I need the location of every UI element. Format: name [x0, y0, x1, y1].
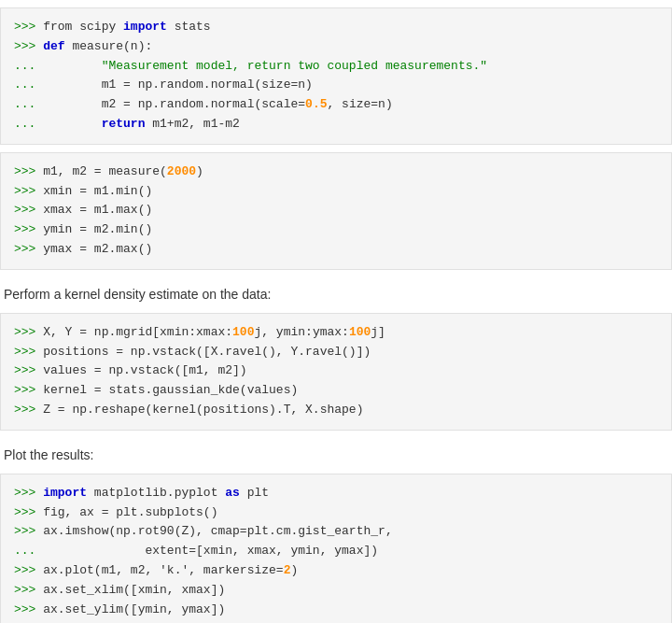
code-part: j, ymin:ymax:: [254, 325, 348, 339]
code-part: >>>: [14, 383, 43, 397]
code-part: import: [43, 486, 87, 500]
code-line-5-2: >>> ax.imshow(np.rot90(Z), cmap=plt.cm.g…: [14, 522, 658, 542]
code-line-3-1: >>> positions = np.vstack([X.ravel(), Y.…: [14, 343, 658, 362]
code-block-3: >>> X, Y = np.mgrid[xmin:xmax:100j, ymin…: [0, 313, 672, 431]
code-part: m1+m2, m1-m2: [145, 117, 239, 131]
code-part: j]: [371, 325, 385, 339]
code-part: >>>: [14, 563, 43, 577]
code-part: [43, 117, 101, 131]
code-line-5-5: >>> ax.set_xlim([xmin, xmax]): [14, 581, 658, 601]
code-line-5-7: >>> plt.show(): [14, 619, 658, 623]
code-part: import: [123, 20, 167, 34]
code-part: >>>: [14, 203, 43, 217]
code-part: 100: [349, 325, 371, 339]
code-line-1-0: >>> m1, m2 = measure(2000): [14, 163, 658, 182]
code-line-0-3: ... m1 = np.random.normal(size=n): [14, 76, 658, 95]
code-line-3-0: >>> X, Y = np.mgrid[xmin:xmax:100j, ymin…: [14, 323, 658, 343]
code-part: m2 = np.random.normal(scale=: [43, 97, 305, 111]
code-part: >>>: [14, 602, 43, 616]
code-part: ): [196, 164, 203, 178]
code-part: positions = np.vstack([X.ravel(), Y.rave…: [43, 345, 371, 359]
code-line-0-1: >>> def measure(n):: [14, 37, 658, 57]
code-part: "Measurement model, return two coupled m…: [43, 59, 487, 73]
code-part: ax.plot(m1, m2, 'k.', markersize=: [43, 563, 283, 577]
code-line-1-3: >>> ymin = m2.min(): [14, 220, 658, 240]
code-part: 2000: [167, 164, 196, 178]
code-part: ...: [14, 59, 43, 73]
code-part: >>>: [14, 184, 43, 198]
code-part: 0.5: [305, 97, 327, 111]
code-part: xmax = m1.max(): [43, 203, 152, 217]
code-part: stats: [167, 20, 211, 34]
code-part: >>>: [14, 345, 43, 359]
code-part: xmin = m1.min(): [43, 184, 152, 198]
code-line-1-1: >>> xmin = m1.min(): [14, 182, 658, 202]
code-line-5-4: >>> ax.plot(m1, m2, 'k.', markersize=2): [14, 561, 658, 581]
code-line-3-3: >>> kernel = stats.gaussian_kde(values): [14, 381, 658, 401]
code-part: >>>: [14, 363, 43, 377]
code-part: ): [290, 563, 298, 577]
code-part: m1 = np.random.normal(size=n): [43, 78, 313, 92]
code-line-1-2: >>> xmax = m1.max(): [14, 201, 658, 220]
code-part: matplotlib.pyplot: [87, 486, 225, 500]
code-part: >>>: [14, 583, 43, 597]
code-line-1-4: >>> ymax = m2.max(): [14, 240, 658, 260]
code-line-0-5: ... return m1+m2, m1-m2: [14, 115, 658, 135]
prose-2: Perform a kernel density estimate on the…: [0, 277, 672, 305]
code-part: def: [43, 39, 72, 53]
code-part: >>>: [14, 325, 43, 339]
code-part: >>>: [14, 164, 43, 178]
code-line-0-4: ... m2 = np.random.normal(scale=0.5, siz…: [14, 95, 658, 115]
code-part: >>>: [14, 39, 43, 53]
code-line-5-6: >>> ax.set_ylim([ymin, ymax]): [14, 601, 658, 620]
code-part: ymax = m2.max(): [43, 242, 152, 256]
code-line-0-0: >>> from scipy import stats: [14, 18, 658, 37]
code-part: as: [225, 486, 240, 500]
code-part: ...: [14, 544, 43, 558]
code-part: kernel = stats.gaussian_kde(values): [43, 383, 298, 397]
code-part: >>>: [14, 505, 43, 519]
code-part: ax.imshow(np.rot90(Z), cmap=plt.cm.gist_…: [43, 524, 392, 538]
code-part: extent=[xmin, xmax, ymin, ymax]): [43, 544, 378, 558]
code-part: ax.set_ylim([ymin, ymax]): [43, 602, 225, 616]
code-part: >>>: [14, 242, 43, 256]
code-part: ...: [14, 97, 43, 111]
code-part: Z = np.reshape(kernel(positions).T, X.sh…: [43, 403, 363, 417]
code-part: from scipy: [43, 20, 123, 34]
code-part: return: [102, 117, 146, 131]
prose-4: Plot the results:: [0, 438, 672, 466]
code-part: >>>: [14, 222, 43, 236]
code-line-3-2: >>> values = np.vstack([m1, m2]): [14, 361, 658, 381]
code-part: fig, ax = plt.subplots(): [43, 505, 217, 519]
code-part: >>>: [14, 524, 43, 538]
code-line-5-0: >>> import matplotlib.pyplot as plt: [14, 484, 658, 503]
code-part: , size=n): [327, 97, 392, 111]
code-part: ...: [14, 78, 43, 92]
code-part: >>>: [14, 486, 43, 500]
code-part: m1, m2 = measure(: [43, 164, 167, 178]
code-part: ax.set_xlim([xmin, xmax]): [43, 583, 225, 597]
code-part: measure(n):: [72, 39, 152, 53]
code-block-0: >>> from scipy import stats>>> def measu…: [0, 7, 672, 145]
code-line-3-4: >>> Z = np.reshape(kernel(positions).T, …: [14, 401, 658, 420]
code-line-0-2: ... "Measurement model, return two coupl…: [14, 57, 658, 77]
code-part: >>>: [14, 403, 43, 417]
code-part: X, Y = np.mgrid[xmin:xmax:: [43, 325, 232, 339]
code-part: 100: [232, 325, 254, 339]
code-part: ymin = m2.min(): [43, 222, 152, 236]
code-line-5-1: >>> fig, ax = plt.subplots(): [14, 503, 658, 523]
code-part: >>>: [14, 20, 43, 34]
code-line-5-3: ... extent=[xmin, xmax, ymin, ymax]): [14, 542, 658, 561]
code-part: plt: [240, 486, 269, 500]
code-part: values = np.vstack([m1, m2]): [43, 363, 246, 377]
code-part: ...: [14, 117, 43, 131]
code-block-1: >>> m1, m2 = measure(2000)>>> xmin = m1.…: [0, 152, 672, 270]
code-block-5: >>> import matplotlib.pyplot as plt>>> f…: [0, 474, 672, 623]
